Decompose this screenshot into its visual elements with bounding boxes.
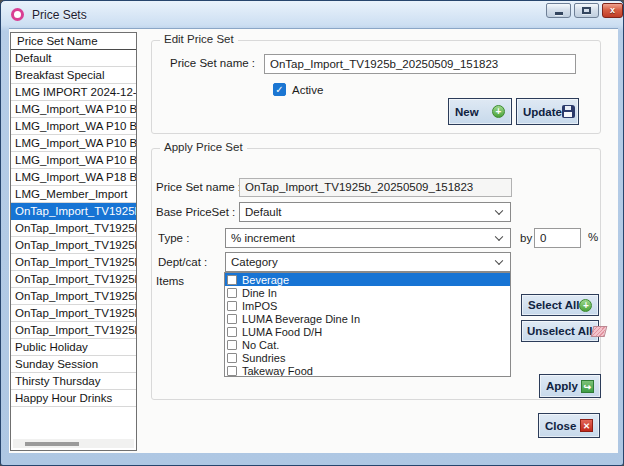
- scrollbar-thumb[interactable]: [25, 442, 79, 446]
- horizontal-scrollbar[interactable]: [13, 439, 134, 448]
- price-set-row[interactable]: Default: [11, 50, 136, 67]
- price-set-row[interactable]: LMG_Import_WA P10 B_2025: [11, 101, 136, 118]
- item-row[interactable]: LUMA Food D/H: [225, 325, 510, 338]
- price-set-row[interactable]: LMG_Import_WA P10 B_2025: [11, 135, 136, 152]
- item-label: LUMA Beverage Dine In: [242, 313, 360, 325]
- active-label: Active: [292, 84, 323, 96]
- update-button-label: Update: [523, 106, 562, 118]
- item-label: Takeway Food: [242, 365, 313, 377]
- item-checkbox[interactable]: [227, 288, 237, 298]
- price-set-row[interactable]: OnTap_Import_TV1925b_2025: [11, 203, 136, 220]
- client-area: Price Set Name DefaultBreakfast SpecialL…: [9, 28, 618, 453]
- items-checklist: BeverageDine InImPOSLUMA Beverage Dine I…: [224, 272, 511, 377]
- price-set-row[interactable]: OnTap_Import_TV1925b_2025: [11, 254, 136, 271]
- price-set-row[interactable]: OnTap_Import_TV1925b_2025: [11, 271, 136, 288]
- apply-name-label: Price Set name :: [156, 181, 241, 193]
- type-label: Type :: [158, 232, 189, 244]
- active-checkbox[interactable]: ✓: [273, 83, 286, 96]
- chevron-down-icon: [495, 257, 503, 265]
- new-button[interactable]: New +: [448, 98, 512, 125]
- item-row[interactable]: LUMA Beverage Dine In: [225, 312, 510, 325]
- base-priceset-value: Default: [245, 206, 281, 218]
- item-row[interactable]: Beverage: [225, 273, 510, 286]
- item-checkbox[interactable]: [227, 275, 237, 285]
- apply-name-value: OnTap_Import_TV1925b_20250509_151823: [239, 178, 512, 197]
- price-set-row[interactable]: OnTap_Import_TV1925b_2025: [11, 305, 136, 322]
- price-set-list: Price Set Name DefaultBreakfast SpecialL…: [10, 32, 137, 451]
- update-button[interactable]: Update: [516, 98, 579, 125]
- window-title: Price Sets: [32, 8, 87, 22]
- price-set-row[interactable]: OnTap_Import_TV1925b_2025: [11, 322, 136, 339]
- dept-cat-label: Dept/cat :: [158, 256, 207, 268]
- select-all-label: Select All: [528, 299, 579, 311]
- by-label: by: [520, 232, 532, 244]
- unselect-all-label: Unselect All: [527, 325, 592, 337]
- minimize-icon: [555, 12, 563, 15]
- item-label: Dine In: [242, 287, 277, 299]
- item-row[interactable]: Sundries: [225, 351, 510, 364]
- app-ring-icon: [11, 8, 24, 21]
- apply-group-label: Apply Price Set: [160, 141, 247, 153]
- price-set-row[interactable]: OnTap_Import_TV1925b_2025: [11, 237, 136, 254]
- price-set-row[interactable]: LMG_Import_WA P18 B_2025: [11, 169, 136, 186]
- items-label: Items: [156, 275, 184, 287]
- item-checkbox[interactable]: [227, 353, 237, 363]
- type-value: % increment: [231, 232, 295, 244]
- maximize-button[interactable]: [574, 3, 599, 18]
- price-set-list-header[interactable]: Price Set Name: [11, 33, 136, 50]
- close-icon: x: [610, 4, 615, 17]
- price-set-row[interactable]: Public Holiday: [11, 339, 136, 356]
- item-checkbox[interactable]: [227, 327, 237, 337]
- by-percent-input[interactable]: [534, 228, 581, 248]
- dept-cat-select[interactable]: Category: [225, 252, 511, 272]
- dept-cat-value: Category: [231, 256, 278, 268]
- titlebar[interactable]: Price Sets x: [1, 1, 623, 28]
- item-label: Beverage: [242, 274, 289, 286]
- base-priceset-select[interactable]: Default: [239, 202, 511, 222]
- apply-button[interactable]: Apply ↪: [539, 374, 601, 398]
- price-set-row[interactable]: LMG_Import_WA P10 B_2025: [11, 152, 136, 169]
- price-set-row[interactable]: LMG IMPORT 2024-12-05: [11, 84, 136, 101]
- price-set-row[interactable]: Happy Hour Drinks: [11, 390, 136, 407]
- unselect-all-button[interactable]: Unselect All: [521, 320, 599, 342]
- item-label: LUMA Food D/H: [242, 326, 322, 338]
- minimize-button[interactable]: [546, 3, 571, 18]
- save-floppy-icon: [562, 105, 575, 118]
- item-label: Sundries: [242, 352, 285, 364]
- close-button-label: Close: [545, 420, 576, 432]
- price-set-row[interactable]: Sunday Session: [11, 356, 136, 373]
- close-window-button[interactable]: x: [602, 3, 623, 18]
- edit-name-input[interactable]: [264, 54, 576, 74]
- eraser-icon: [591, 326, 608, 337]
- price-set-row[interactable]: LMG_Import_WA P10 B_2025: [11, 118, 136, 135]
- apply-button-label: Apply: [546, 380, 578, 392]
- select-all-plus-icon: +: [579, 299, 592, 312]
- price-set-row[interactable]: LMG_Member_Import: [11, 186, 136, 203]
- apply-price-set-group: Apply Price Set Price Set name : OnTap_I…: [151, 148, 601, 400]
- item-checkbox[interactable]: [227, 301, 237, 311]
- item-checkbox[interactable]: [227, 366, 237, 376]
- price-set-list-rows: DefaultBreakfast SpecialLMG IMPORT 2024-…: [11, 50, 136, 407]
- item-checkbox[interactable]: [227, 314, 237, 324]
- type-select[interactable]: % increment: [225, 228, 511, 248]
- base-priceset-label: Base PriceSet :: [156, 206, 235, 218]
- select-all-button[interactable]: Select All +: [521, 294, 599, 316]
- price-set-row[interactable]: OnTap_Import_TV1925b_2025: [11, 220, 136, 237]
- add-plus-icon: +: [492, 105, 505, 118]
- maximize-icon: [582, 7, 591, 14]
- price-set-row[interactable]: OnTap_Import_TV1925b_2025: [11, 288, 136, 305]
- item-row[interactable]: Takeway Food: [225, 364, 510, 377]
- price-set-row[interactable]: Breakfast Special: [11, 67, 136, 84]
- item-row[interactable]: ImPOS: [225, 299, 510, 312]
- item-row[interactable]: No Cat.: [225, 338, 510, 351]
- item-row[interactable]: Dine In: [225, 286, 510, 299]
- chevron-down-icon: [495, 233, 503, 241]
- price-set-row[interactable]: Thirsty Thursday: [11, 373, 136, 390]
- edit-group-label: Edit Price Set: [160, 33, 238, 45]
- item-checkbox[interactable]: [227, 340, 237, 350]
- price-sets-window: Price Sets x Price Set Name DefaultBreak…: [0, 0, 624, 466]
- apply-arrow-icon: ↪: [581, 380, 594, 393]
- new-button-label: New: [455, 106, 479, 118]
- item-label: No Cat.: [242, 339, 279, 351]
- close-button[interactable]: Close ✕: [538, 413, 600, 438]
